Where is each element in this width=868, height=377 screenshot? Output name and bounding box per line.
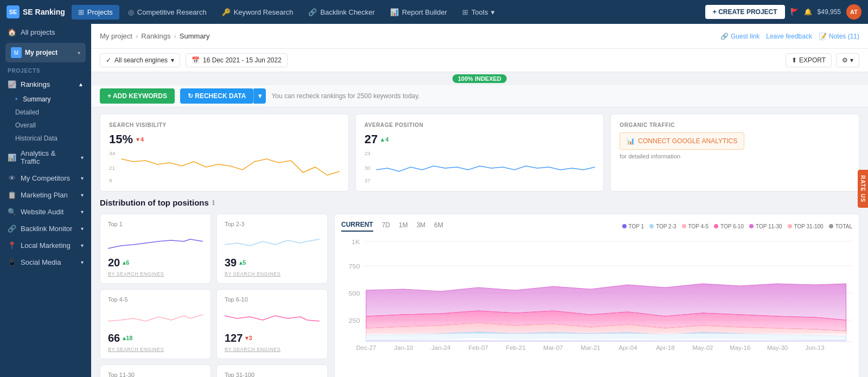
export-icon: ⬆	[792, 56, 797, 64]
svg-text:Jan-10: Jan-10	[394, 345, 413, 351]
nav-backlink-checker[interactable]: 🔗 Backlink Checker	[302, 5, 381, 20]
svg-text:37: 37	[365, 178, 371, 183]
tools-icon: ⊞	[462, 8, 468, 16]
sidebar-item-rankings[interactable]: 📈 Rankings ▲	[0, 76, 91, 93]
dist-card-top45: Top 4-5 66 ▴18 BY SEARCH ENGINES	[100, 289, 211, 359]
breadcrumb-rankings[interactable]: Rankings	[141, 32, 170, 40]
dist-top610-delta: ▾3	[245, 335, 252, 342]
average-position-card: AVERAGE POSITION 27 ▴4 23 30 37	[355, 114, 604, 191]
logo-icon: SE	[7, 5, 20, 18]
nav-keyword-research[interactable]: 🔑 Keyword Research	[215, 5, 300, 20]
search-visibility-card: SEARCH VISIBILITY 15% ▾4 34 21 8	[100, 114, 349, 191]
dist-top1-label: Top 1	[108, 221, 203, 227]
checkmark-icon: ✓	[106, 56, 111, 64]
backlink-checker-icon: 🔗	[308, 8, 317, 16]
filter-right-actions: ⬆ EXPORT ⚙ ▾	[786, 53, 859, 67]
search-engine-filter[interactable]: ✓ All search engines ▾	[100, 53, 180, 67]
svg-text:May-16: May-16	[730, 345, 750, 351]
export-button[interactable]: ⬆ EXPORT	[786, 53, 832, 67]
dist-top1-delta: ▴6	[123, 259, 129, 266]
keyword-research-icon: 🔑	[222, 8, 231, 16]
search-visibility-title: SEARCH VISIBILITY	[109, 122, 340, 128]
chart-tab-3m[interactable]: 3M	[417, 221, 426, 231]
dist-top610-chart	[225, 305, 320, 332]
organic-traffic-title: ORGANIC TRAFFIC	[620, 122, 850, 128]
sidebar-sub-detailed[interactable]: Detailed	[0, 106, 91, 119]
search-visibility-chart: 34 21 8	[109, 151, 340, 183]
backlink-monitor-chevron-icon: ▾	[81, 226, 84, 232]
chart-tab-7d[interactable]: 7D	[382, 221, 390, 231]
sidebar-all-projects[interactable]: 🏠 All projects	[0, 24, 91, 41]
rankings-chevron-icon: ▲	[78, 81, 84, 87]
search-visibility-value: 15% ▾4	[109, 132, 340, 146]
projects-icon: ⊞	[78, 8, 84, 16]
sidebar-item-local-marketing[interactable]: 📍 Local Marketing ▾	[0, 237, 91, 254]
date-range-filter[interactable]: 📅 16 Dec 2021 - 15 Jun 2022	[186, 53, 288, 67]
sidebar-item-marketing-plan[interactable]: 📋 Marketing Plan ▾	[0, 187, 91, 203]
average-position-chart: 23 30 37	[365, 151, 595, 183]
breadcrumb-sep2: ›	[174, 32, 176, 40]
guest-link-button[interactable]: 🔗 Guest link	[720, 33, 760, 40]
dist-top23-label: Top 2-3	[225, 221, 320, 227]
nav-competitive-research[interactable]: ◎ Competitive Research	[122, 5, 213, 20]
recheck-data-button[interactable]: ↻ RECHECK DATA	[180, 88, 254, 104]
dist-top45-chart	[108, 305, 203, 332]
nav-projects[interactable]: ⊞ Projects	[72, 5, 119, 20]
sidebar-item-social-media[interactable]: 📱 Social Media ▾	[0, 254, 91, 271]
distribution-grid: Top 1 20 ▴6 BY SEARCH ENGINES	[100, 214, 328, 377]
user-avatar[interactable]: AT	[846, 4, 861, 20]
website-audit-icon: 🔍	[8, 208, 16, 216]
chart-tab-6m[interactable]: 6M	[434, 221, 443, 231]
svg-text:34: 34	[109, 151, 116, 156]
chart-tab-1m[interactable]: 1M	[399, 221, 408, 231]
bell-icon[interactable]: 🔔	[804, 8, 812, 16]
breadcrumb-summary: Summary	[180, 32, 210, 40]
report-builder-icon: 📊	[390, 8, 399, 16]
dist-card-top31100: Top 31-100 63 ▾4 BY SEARCH ENGINES	[216, 365, 328, 377]
dist-card-top610: Top 6-10 127 ▾3 BY SEARCH ENGINES	[216, 289, 328, 359]
project-selector[interactable]: M My project ▾	[5, 43, 86, 62]
notes-button[interactable]: 📝 Notes (11)	[819, 33, 859, 40]
competitive-research-icon: ◎	[128, 8, 134, 16]
svg-text:May-02: May-02	[692, 345, 713, 351]
nav-report-builder[interactable]: 📊 Report Builder	[384, 5, 454, 20]
dist-top45-by[interactable]: BY SEARCH ENGINES	[108, 347, 203, 352]
legend-dot-top1	[622, 224, 627, 228]
dist-card-top23: Top 2-3 39 ▴5 BY SEARCH ENGINES	[216, 214, 328, 284]
breadcrumb-project[interactable]: My project	[100, 32, 132, 40]
dist-top610-value: 127 ▾3	[225, 332, 320, 344]
dist-top1-by[interactable]: BY SEARCH ENGINES	[108, 271, 203, 277]
dist-top45-label: Top 4-5	[108, 296, 203, 303]
nav-tools[interactable]: ⊞ Tools ▾	[456, 5, 501, 20]
sidebar-sub-historical[interactable]: Historical Data	[0, 132, 91, 145]
legend-total: TOTAL	[829, 223, 852, 229]
legend-top31100: TOP 31-100	[788, 223, 824, 229]
dist-top45-value: 66 ▴18	[108, 332, 203, 344]
dist-top23-by[interactable]: BY SEARCH ENGINES	[225, 271, 320, 277]
chart-tab-current[interactable]: CURRENT	[341, 221, 373, 232]
home-icon: 🏠	[8, 28, 16, 36]
sidebar-sub-overall[interactable]: Overall	[0, 119, 91, 132]
sidebar-sub-summary[interactable]: Summary	[0, 93, 91, 106]
breadcrumb: My project › Rankings › Summary	[100, 32, 209, 40]
sidebar-item-backlink-monitor[interactable]: 🔗 Backlink Monitor ▾	[0, 220, 91, 237]
sidebar-item-competitors[interactable]: 👁 My Competitors ▾	[0, 170, 91, 187]
svg-text:1K: 1K	[352, 239, 360, 246]
marketing-plan-icon: 📋	[8, 191, 16, 199]
rate-us-tab[interactable]: RATE US	[858, 169, 868, 207]
flag-icon[interactable]: 🚩	[790, 8, 799, 16]
main-content: My project › Rankings › Summary 🔗 Guest …	[91, 24, 868, 377]
add-keywords-button[interactable]: + ADD KEYWORDS	[100, 88, 175, 104]
leave-feedback-button[interactable]: Leave feedback	[766, 33, 812, 40]
connect-google-analytics-button[interactable]: 📊 CONNECT GOOGLE ANALYTICS	[620, 132, 744, 150]
sidebar-item-website-audit[interactable]: 🔍 Website Audit ▾	[0, 203, 91, 220]
svg-text:750: 750	[348, 263, 360, 270]
create-project-button[interactable]: + CREATE PROJECT	[705, 5, 785, 19]
sidebar-item-analytics[interactable]: 📊 Analytics & Traffic ▾	[0, 145, 91, 170]
recheck-data-dropdown[interactable]: ▾	[253, 88, 266, 104]
website-audit-chevron-icon: ▾	[81, 209, 84, 215]
svg-text:Mar-21: Mar-21	[580, 345, 600, 351]
settings-button[interactable]: ⚙ ▾	[836, 53, 859, 67]
settings-icon: ⚙	[842, 56, 848, 64]
dist-top610-by[interactable]: BY SEARCH ENGINES	[225, 347, 320, 352]
